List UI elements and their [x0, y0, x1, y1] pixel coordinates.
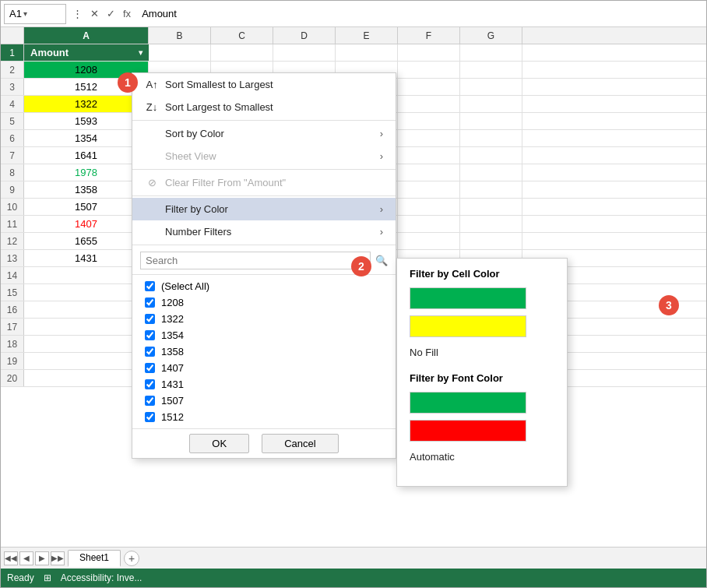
menu-item-sort-color[interactable]: Sort by Color ›	[132, 122, 396, 145]
check-item-1512[interactable]: 1512	[132, 409, 396, 425]
cell-f10[interactable]	[398, 199, 460, 215]
col-header-e[interactable]: E	[336, 27, 398, 44]
check-item-1358[interactable]: 1358	[132, 343, 396, 360]
cell-e1[interactable]	[336, 44, 398, 61]
filter-by-color-submenu: Filter by Cell Color No Fill Filter by F…	[396, 258, 568, 487]
cell-f2[interactable]	[398, 62, 460, 78]
col-header-a[interactable]: A	[24, 27, 149, 44]
cell-color-yellow-swatch[interactable]	[410, 315, 526, 337]
cell-f9[interactable]	[398, 181, 460, 198]
cell-a6[interactable]: 1354	[24, 130, 149, 146]
formula-icons: ⋮ ✕ ✓ fx	[69, 6, 134, 21]
cell-g9[interactable]	[460, 181, 522, 198]
cell-a8[interactable]: 1978	[24, 164, 149, 181]
cell-a1[interactable]: Amount ▾	[24, 44, 149, 61]
cell-f5[interactable]	[398, 113, 460, 129]
add-sheet-button[interactable]: +	[124, 551, 139, 566]
cell-a17[interactable]	[24, 319, 149, 335]
check-item-1322[interactable]: 1322	[132, 311, 396, 327]
cell-f12[interactable]	[398, 233, 460, 249]
cell-g1[interactable]	[460, 44, 522, 61]
cell-a11[interactable]: 1407	[24, 216, 149, 232]
filter-dropdown-icon[interactable]: ▾	[139, 48, 142, 57]
check-item-1431[interactable]: 1431	[132, 376, 396, 393]
ok-button[interactable]: OK	[189, 434, 249, 453]
cell-f6[interactable]	[398, 130, 460, 146]
col-header-g[interactable]: G	[460, 27, 522, 44]
cell-g8[interactable]	[460, 164, 522, 181]
row-num-2: 2	[1, 62, 24, 78]
menu-item-number-filters[interactable]: Number Filters ›	[132, 220, 396, 243]
menu-separator-4	[132, 245, 396, 245]
col-header-c[interactable]: C	[211, 27, 273, 44]
check-item-1507[interactable]: 1507	[132, 393, 396, 409]
cell-a14[interactable]	[24, 267, 149, 283]
sheet-tab-sheet1[interactable]: Sheet1	[68, 550, 121, 567]
confirm-icon[interactable]: ✓	[104, 6, 118, 21]
col-header-f[interactable]: F	[398, 27, 460, 44]
tab-nav-last[interactable]: ▶▶	[51, 551, 65, 565]
cell-g12[interactable]	[460, 233, 522, 249]
cell-color-green-swatch[interactable]	[410, 287, 526, 309]
font-color-green-swatch[interactable]	[410, 392, 526, 414]
search-input[interactable]	[140, 252, 371, 269]
menu-item-clear-filter: ⊘ Clear Filter From "Amount"	[132, 171, 396, 194]
automatic-label[interactable]: Automatic	[410, 448, 554, 466]
status-bar: Ready ⊞ Accessibility: Inve...	[1, 569, 706, 587]
check-item-1354[interactable]: 1354	[132, 327, 396, 343]
cancel-button[interactable]: Cancel	[262, 434, 338, 453]
name-box-chevron-icon[interactable]: ▾	[23, 9, 27, 18]
col-header-b[interactable]: B	[149, 27, 211, 44]
cell-a15[interactable]	[24, 284, 149, 301]
cell-f3[interactable]	[398, 79, 460, 95]
col-header-d[interactable]: D	[273, 27, 336, 44]
cell-a18[interactable]	[24, 336, 149, 352]
check-item-1208[interactable]: 1208	[132, 294, 396, 311]
cell-g6[interactable]	[460, 130, 522, 146]
menu-item-sort-desc[interactable]: Z↓ Sort Largest to Smallest	[132, 96, 396, 118]
cell-f4[interactable]	[398, 96, 460, 112]
menu-item-filter-color-label: Filter by Color	[165, 203, 228, 215]
cell-g4[interactable]	[460, 96, 522, 112]
menu-item-sort-asc-label: Sort Smallest to Largest	[165, 79, 273, 90]
cell-g5[interactable]	[460, 113, 522, 129]
name-box-value: A1	[9, 8, 22, 19]
cell-a12[interactable]: 1655	[24, 233, 149, 249]
check-item-all[interactable]: (Select All)	[132, 278, 396, 294]
font-color-red-swatch[interactable]	[410, 420, 526, 442]
cell-a4[interactable]: 1322	[24, 96, 149, 112]
fx-icon[interactable]: fx	[120, 6, 134, 21]
menu-item-filter-color[interactable]: Filter by Color ›	[132, 198, 396, 220]
cell-f1[interactable]	[398, 44, 460, 61]
cell-f7[interactable]	[398, 147, 460, 164]
no-fill-label[interactable]: No Fill	[410, 343, 554, 361]
tab-nav-first[interactable]: ◀◀	[4, 551, 18, 565]
cell-a9[interactable]: 1358	[24, 181, 149, 198]
tab-navigation: ◀◀ ◀ ▶ ▶▶	[4, 551, 65, 565]
cell-g3[interactable]	[460, 79, 522, 95]
cell-a10[interactable]: 1507	[24, 199, 149, 215]
cell-b1[interactable]	[149, 44, 211, 61]
formula-icon-dots[interactable]: ⋮	[69, 6, 86, 21]
cell-g7[interactable]	[460, 147, 522, 164]
cell-a20[interactable]	[24, 370, 149, 386]
cell-g11[interactable]	[460, 216, 522, 232]
name-box[interactable]: A1 ▾	[4, 4, 66, 24]
cancel-icon[interactable]: ✕	[87, 6, 102, 21]
menu-item-sort-asc[interactable]: A↑ Sort Smallest to Largest	[132, 73, 396, 96]
cell-a7[interactable]: 1641	[24, 147, 149, 164]
cell-c1[interactable]	[211, 44, 273, 61]
tab-nav-next[interactable]: ▶	[35, 551, 49, 565]
cell-a5[interactable]: 1593	[24, 113, 149, 129]
formula-input[interactable]	[137, 6, 703, 21]
check-item-1407[interactable]: 1407	[132, 360, 396, 376]
tab-nav-prev[interactable]: ◀	[19, 551, 33, 565]
cell-f8[interactable]	[398, 164, 460, 181]
cell-a16[interactable]	[24, 301, 149, 318]
cell-f11[interactable]	[398, 216, 460, 232]
cell-a19[interactable]	[24, 353, 149, 369]
cell-a13[interactable]: 1431	[24, 250, 149, 266]
cell-d1[interactable]	[273, 44, 336, 61]
cell-g10[interactable]	[460, 199, 522, 215]
cell-g2[interactable]	[460, 62, 522, 78]
